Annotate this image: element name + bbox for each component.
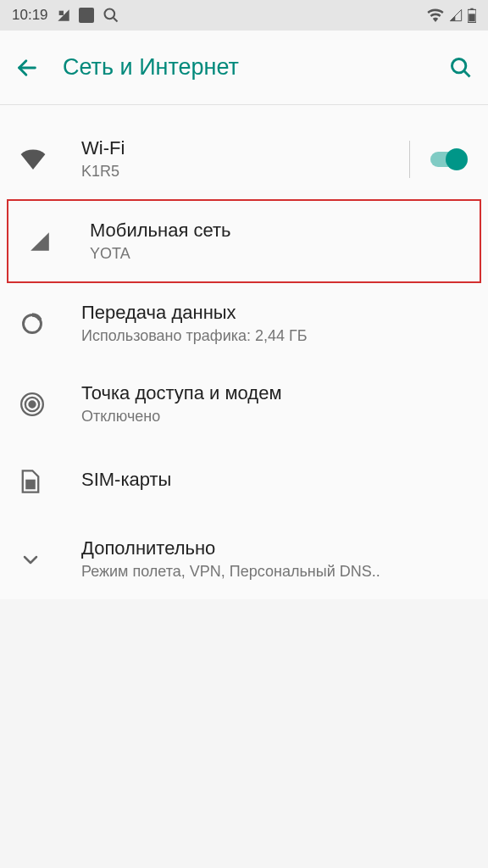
svg-point-10 (30, 401, 36, 407)
settings-item-mobile-network[interactable]: Мобильная сеть YOTA (7, 199, 481, 283)
item-subtitle: Отключено (81, 408, 468, 426)
item-text: SIM-карты (81, 469, 468, 494)
status-bar: 10:19 (0, 0, 488, 31)
settings-item-data-usage[interactable]: Передача данных Использовано трафика: 2,… (0, 283, 488, 364)
status-left: 10:19 (12, 7, 119, 24)
item-subtitle: Использовано трафика: 2,44 ГБ (81, 327, 468, 345)
svg-rect-4 (470, 8, 473, 10)
app-icon (79, 8, 94, 23)
svg-rect-13 (26, 481, 34, 488)
settings-item-hotspot[interactable]: Точка доступа и модем Отключено (0, 364, 488, 444)
svg-line-8 (464, 71, 469, 76)
header-search-icon[interactable] (449, 56, 473, 80)
item-subtitle: Режим полета, VPN, Персональный DNS.. (81, 563, 468, 581)
toggle-wrap (409, 141, 468, 178)
svg-rect-0 (58, 11, 63, 15)
item-title: Дополнительно (81, 537, 468, 559)
wifi-icon (20, 149, 61, 170)
status-time: 10:19 (12, 7, 48, 24)
svg-line-2 (113, 18, 117, 22)
hotspot-icon (20, 392, 61, 416)
item-title: Мобильная сеть (90, 220, 459, 242)
status-right (427, 8, 476, 23)
item-title: Передача данных (81, 302, 468, 324)
battery-icon (468, 8, 476, 23)
item-title: Wi-Fi (81, 137, 402, 159)
search-icon (103, 7, 119, 24)
settings-item-sim-cards[interactable]: SIM-карты (0, 444, 488, 519)
toggle-thumb (446, 148, 468, 170)
back-icon[interactable] (15, 56, 39, 80)
settings-item-advanced[interactable]: Дополнительно Режим полета, VPN, Персона… (0, 519, 488, 599)
item-text: Передача данных Использовано трафика: 2,… (81, 302, 468, 345)
item-title: Точка доступа и модем (81, 382, 468, 404)
item-title: SIM-карты (81, 469, 468, 491)
item-text: Дополнительно Режим полета, VPN, Персона… (81, 537, 468, 581)
svg-rect-5 (469, 14, 475, 21)
data-usage-icon (20, 312, 61, 336)
sim-icon (57, 8, 70, 22)
svg-point-7 (452, 58, 466, 72)
item-text: Мобильная сеть YOTA (90, 220, 459, 263)
chevron-down-icon (20, 549, 61, 570)
page-title: Сеть и Интернет (63, 54, 449, 81)
sim-card-icon (20, 469, 61, 494)
item-subtitle: YOTA (90, 245, 459, 263)
item-text: Точка доступа и модем Отключено (81, 382, 468, 426)
wifi-icon (427, 8, 444, 22)
item-subtitle: K1R5 (81, 163, 402, 181)
svg-point-1 (104, 9, 114, 19)
cellular-icon (29, 231, 69, 253)
settings-item-wifi[interactable]: Wi-Fi K1R5 (0, 119, 488, 199)
header: Сеть и Интернет (0, 31, 488, 105)
item-text: Wi-Fi K1R5 (81, 137, 402, 181)
settings-list: Wi-Fi K1R5 Мобильная сеть YOTA Передача … (0, 105, 488, 599)
signal-icon (449, 8, 463, 22)
divider (409, 141, 410, 178)
wifi-toggle[interactable] (427, 147, 468, 171)
